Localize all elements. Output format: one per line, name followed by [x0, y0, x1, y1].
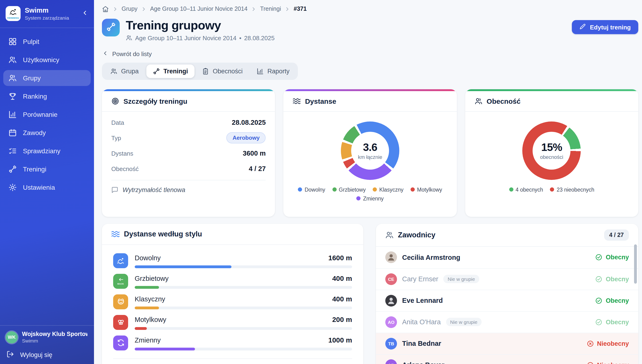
athlete-row[interactable]: Eve LennardObecny	[376, 290, 638, 311]
legend-item: Dowolny	[298, 187, 325, 192]
edit-training-button[interactable]: Edytuj trening	[572, 20, 638, 34]
detail-row-date: Data 28.08.2025	[111, 115, 266, 130]
butterfly-icon	[113, 315, 128, 330]
logo-caption: SWIMMING	[7, 18, 19, 20]
athlete-row[interactable]: Cecilia ArmstrongObecny	[376, 246, 638, 268]
card-accent-bar	[465, 89, 638, 91]
tabs: GrupaTreningiObecnościRaporty	[102, 62, 298, 80]
distances-donut-chart: 3.6 km łącznie DowolnyGrzbietowyKlasyczn…	[284, 112, 457, 201]
breadcrumb-item[interactable]: Age Group 10–11 Junior Novice 2014	[150, 6, 248, 12]
training-details-card: Szczegóły treningu Data 28.08.2025 Typ A…	[102, 89, 275, 216]
calendar-icon	[9, 128, 17, 137]
chevron-right-icon	[251, 6, 257, 12]
tab-obecności[interactable]: Obecności	[196, 64, 249, 78]
athlete-row[interactable]: ABArlene BoyerNieobecny	[376, 354, 638, 364]
training-type-icon	[102, 19, 120, 36]
style-row-dowolny: Dowolny1600 m	[113, 253, 352, 268]
sidebar-collapse-button[interactable]	[81, 9, 88, 18]
page-subtitle: Age Group 10–11 Junior Novice 2014 • 28.…	[126, 34, 274, 41]
sidebar-item-label: Użytkownicy	[23, 56, 59, 64]
athlete-row[interactable]: TBTina BednarNieobecny	[376, 332, 638, 354]
attendance-card-header: Obecność	[465, 91, 638, 112]
legend-label: 23 nieobecnych	[557, 187, 594, 192]
sidebar-item-label: Porównanie	[23, 111, 58, 118]
bar-chart-icon	[257, 68, 264, 74]
status-badge: Obecny	[595, 254, 629, 261]
summary-cards-row: Szczegóły treningu Data 28.08.2025 Typ A…	[102, 89, 638, 216]
tab-raporty[interactable]: Raporty	[250, 64, 296, 78]
progress-track	[135, 286, 352, 288]
comment-icon	[111, 186, 118, 193]
progress-track	[135, 306, 352, 309]
x-circle-icon	[586, 362, 593, 364]
breadcrumb-item: #371	[294, 6, 307, 12]
sidebar-item-ustawienia[interactable]: Ustawienia	[3, 180, 91, 195]
chevron-right-icon	[112, 6, 118, 12]
sidebar-item-porównanie[interactable]: Porównanie	[3, 106, 91, 122]
brand-name: Swimm	[25, 6, 69, 15]
athlete-row[interactable]: AOAnita O'HaraNie w grupieObecny	[376, 311, 638, 332]
style-row-klasyczny: Klasyczny400 m	[113, 294, 352, 309]
status-label: Nieobecny	[597, 362, 629, 364]
sidebar-item-treningi[interactable]: Treningi	[3, 161, 91, 177]
back-to-list-link[interactable]: Powrót do listy	[102, 50, 152, 58]
sidebar-item-label: Ustawienia	[23, 184, 55, 191]
attendance-legend: 4 obecnych23 nieobecnych	[501, 187, 602, 192]
status-label: Obecny	[606, 276, 629, 282]
sidebar: SWIMMING Swimm System zarządzania Pulpit…	[0, 0, 94, 364]
tab-label: Treningi	[163, 68, 188, 74]
training-note: Wytrzymałość tlenowa	[111, 180, 266, 199]
brand-text: Swimm System zarządzania	[25, 6, 69, 21]
legend-dot	[332, 187, 336, 192]
tab-label: Grupa	[121, 68, 139, 74]
style-row-top: Zmienny1000 m	[135, 336, 352, 344]
main-content: GrupyAge Group 10–11 Junior Novice 2014T…	[94, 0, 642, 364]
sidebar-item-użytkownicy[interactable]: Użytkownicy	[3, 52, 91, 68]
donut-ring: 3.6 km łącznie	[341, 121, 399, 180]
logout-button[interactable]: Wyloguj się	[6, 348, 88, 359]
style-distance: 400 m	[332, 294, 352, 302]
avatar	[385, 252, 397, 263]
org-switcher[interactable]: WK Wojskowy Klub Sportowy ... Swimm	[6, 331, 88, 344]
sidebar-item-grupy[interactable]: Grupy	[3, 70, 91, 86]
pencil-icon	[579, 23, 586, 31]
athlete-name: Cecilia Armstrong	[402, 254, 460, 261]
status-label: Obecny	[606, 318, 629, 326]
sidebar-item-sprawdziany[interactable]: Sprawdziany	[3, 143, 91, 159]
legend-label: Dowolny	[305, 187, 325, 192]
status-badge: Obecny	[595, 318, 629, 326]
avatar: CE	[385, 273, 397, 285]
breadcrumb-item[interactable]: Grupy	[122, 6, 138, 12]
page-header: Trening grupowy Age Group 10–11 Junior N…	[102, 19, 638, 41]
attendance-donut-chart: 15% obecności 4 obecnych23 nieobecnych	[465, 112, 638, 192]
progress-fill	[135, 327, 147, 330]
athlete-name: Anita O'Hara	[402, 318, 441, 326]
style-row-zmienny: Zmienny1000 m	[113, 335, 352, 350]
style-distance: 1000 m	[328, 336, 352, 344]
chevron-left-icon	[81, 9, 88, 18]
chevron-right-icon	[284, 6, 290, 12]
styles-list: Dowolny1600 mBACKGrzbietowy400 mKlasyczn…	[102, 244, 363, 350]
app: SWIMMING Swimm System zarządzania Pulpit…	[0, 0, 642, 364]
users-icon	[126, 34, 132, 41]
target-icon	[111, 97, 119, 105]
athlete-row[interactable]: CECary ErnserNie w grupieObecny	[376, 268, 638, 290]
legend-label: Motylkowy	[417, 187, 442, 192]
sidebar-item-ranking[interactable]: Ranking	[3, 88, 91, 104]
breadcrumb-item[interactable]: Treningi	[260, 6, 281, 12]
scrollbar-thumb[interactable]	[634, 244, 637, 284]
distances-card-header: Dystanse	[284, 91, 457, 112]
tab-treningi[interactable]: Treningi	[146, 64, 195, 78]
sidebar-item-pulpit[interactable]: Pulpit	[3, 34, 91, 50]
style-row-top: Klasyczny400 m	[135, 294, 352, 302]
sidebar-item-zawody[interactable]: Zawody	[3, 125, 91, 141]
home-icon[interactable]	[102, 5, 109, 12]
style-name: Zmienny	[135, 336, 161, 344]
subtitle-separator: •	[239, 34, 241, 41]
tab-grupa[interactable]: Grupa	[104, 64, 145, 78]
style-row-top: Motylkowy200 m	[135, 315, 352, 323]
progress-fill	[135, 306, 159, 309]
trophy-icon	[9, 92, 17, 100]
check-circle-icon	[595, 318, 602, 326]
avatar: TB	[385, 338, 397, 349]
